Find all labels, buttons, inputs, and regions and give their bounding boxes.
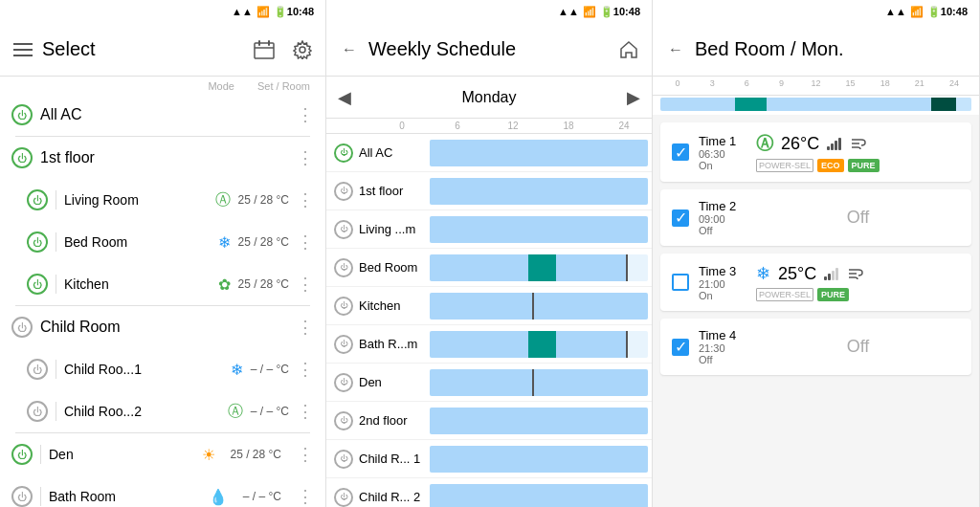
group-bath-room[interactable]: ⏻ Bath Room 💧 – / – °C ⋮	[0, 475, 325, 507]
dtick-12: 12	[798, 78, 833, 93]
bath-room-more[interactable]: ⋮	[297, 486, 314, 507]
schedule-row-bed-room[interactable]: ⏻ Bed Room	[326, 249, 652, 287]
schedule-row-child2[interactable]: ⏻ Child R... 2	[326, 478, 652, 507]
slot2-checkbox[interactable]: ✓	[672, 209, 689, 227]
sched-living-name: Living ...m	[359, 222, 430, 236]
time-1: 10:48	[287, 6, 314, 17]
bed-room-icon: ⏻	[27, 231, 48, 253]
bed-room-temp: 25 / 28 °C	[238, 235, 290, 249]
living-room-mode: Ⓐ	[215, 190, 231, 210]
den-more[interactable]: ⋮	[297, 444, 314, 465]
group-1st-floor[interactable]: ⏻ 1st floor ⋮	[0, 137, 325, 179]
child-room1-name: Child Roo...1	[64, 362, 223, 377]
slot3-mode-icon: ❄	[756, 263, 770, 284]
schedule-row-2nd-floor[interactable]: ⏻ 2nd floor	[326, 402, 652, 440]
list-item-bed-room[interactable]: ⏻ Bed Room ❄ 25 / 28 °C ⋮	[0, 221, 325, 263]
den-group-icon: ⏻	[11, 444, 33, 465]
slot4-time: 21:30	[699, 342, 746, 354]
sched-child2-bar	[430, 484, 648, 508]
back-icon-2[interactable]: ←	[338, 38, 361, 61]
living-room-more[interactable]: ⋮	[297, 189, 314, 210]
sched-child2-icon: ⏻	[334, 488, 353, 507]
slot3-badges: POWER-SEL PURE	[756, 288, 960, 301]
tick-18: 18	[541, 121, 596, 131]
child-room2-name: Child Roo...2	[64, 404, 220, 419]
child-room1-mode: ❄	[231, 361, 243, 379]
den-mode-icon: ☀	[202, 446, 215, 464]
time-2: 10:48	[613, 6, 640, 17]
panel-weekly-schedule: ▲▲ 📶 🔋 10:48 ← Weekly Schedule ◀ Monday …	[326, 0, 653, 507]
mode-label: Mode	[208, 80, 234, 92]
slot3-power-label: POWER-SEL	[756, 288, 813, 301]
child-room2-more[interactable]: ⋮	[297, 401, 314, 422]
time-slot-4: ✓ Time 4 21:30 Off Off	[660, 319, 971, 375]
all-ac-more[interactable]: ⋮	[297, 104, 314, 125]
panel-bed-room-detail: ▲▲ 📶 🔋 10:48 ← Bed Room / Mon. 0 3 6 9 1…	[653, 0, 980, 507]
dtick-24: 24	[937, 78, 971, 93]
back-icon-3[interactable]: ←	[664, 38, 687, 61]
list-item-child-room-1[interactable]: ⏻ Child Roo...1 ❄ – / – °C ⋮	[0, 348, 325, 390]
svg-rect-4	[258, 40, 260, 46]
dtick-3: 3	[695, 78, 729, 93]
time-slot-2: ✓ Time 2 09:00 Off Off	[660, 189, 971, 246]
schedule-icon[interactable]	[253, 38, 276, 61]
prev-day-button[interactable]: ◀	[338, 87, 351, 108]
time-3: 10:48	[941, 6, 968, 17]
time-slot-3: Time 3 21:00 On ❄ 25°C	[660, 254, 971, 311]
slot1-mode-icon: Ⓐ	[756, 132, 773, 155]
sched-kitchen-icon: ⏻	[334, 297, 353, 316]
bath-room-label: Bath Room	[49, 489, 201, 504]
slot1-wind-icon	[849, 134, 868, 153]
slot1-checkbox[interactable]: ✓	[672, 143, 689, 161]
schedule-row-living[interactable]: ⏻ Living ...m	[326, 210, 652, 249]
slot1-signal	[827, 137, 841, 150]
list-item-kitchen[interactable]: ⏻ Kitchen ✿ 25 / 28 °C ⋮	[0, 263, 325, 305]
sched-child1-bar	[430, 446, 648, 473]
list-item-child-room-2[interactable]: ⏻ Child Roo...2 Ⓐ – / – °C ⋮	[0, 390, 325, 432]
dtick-15: 15	[834, 78, 868, 93]
schedule-row-child1[interactable]: ⏻ Child R... 1	[326, 440, 652, 478]
child-room1-temp: – / – °C	[251, 363, 289, 376]
list-item-living-room[interactable]: ⏻ Living Room Ⓐ 25 / 28 °C ⋮	[0, 179, 325, 221]
sched-all-ac-name: All AC	[359, 145, 430, 160]
schedule-row-1st-floor[interactable]: ⏻ 1st floor	[326, 172, 652, 210]
bed-room-more[interactable]: ⋮	[297, 231, 314, 253]
schedule-row-den[interactable]: ⏻ Den	[326, 364, 652, 402]
all-ac-icon: ⏻	[11, 104, 33, 125]
settings-icon[interactable]	[291, 38, 314, 61]
menu-icon[interactable]	[11, 38, 34, 61]
slot3-checkbox[interactable]	[672, 274, 689, 291]
dtick-6: 6	[729, 78, 764, 93]
svg-rect-2	[13, 55, 33, 56]
slot1-row1: Ⓐ 26°C	[756, 132, 960, 155]
kitchen-more[interactable]: ⋮	[297, 274, 314, 295]
1st-floor-more[interactable]: ⋮	[297, 147, 314, 168]
next-day-button[interactable]: ▶	[627, 87, 640, 108]
dtick-21: 21	[902, 78, 937, 93]
child-room1-more[interactable]: ⋮	[297, 359, 314, 380]
slot2-info: Time 2 09:00 Off	[699, 199, 746, 236]
device-list: ⏻ All AC ⋮ ⏻ 1st floor ⋮ ⏻ Living Room Ⓐ…	[0, 94, 325, 507]
group-child-room[interactable]: ⏻ Child Room ⋮	[0, 306, 325, 348]
slot4-checkbox[interactable]: ✓	[672, 339, 689, 356]
child-room-more[interactable]: ⋮	[297, 317, 314, 338]
slot2-time: 09:00	[699, 213, 746, 225]
slot1-status: On	[699, 160, 746, 171]
dtick-0: 0	[660, 78, 695, 93]
dtick-9: 9	[764, 78, 798, 93]
schedule-row-kitchen[interactable]: ⏻ Kitchen	[326, 287, 652, 325]
slot2-label: Time 2	[699, 199, 746, 213]
tick-6: 6	[430, 121, 485, 131]
kitchen-icon: ⏻	[27, 274, 48, 295]
svg-rect-3	[255, 43, 274, 58]
group-all-ac[interactable]: ⏻ All AC ⋮	[0, 94, 325, 136]
home-icon-2[interactable]	[617, 38, 640, 61]
panel2-title: Weekly Schedule	[368, 38, 617, 60]
svg-rect-0	[13, 43, 33, 45]
bed-room-mode: ❄	[218, 233, 231, 252]
schedule-row-bath[interactable]: ⏻ Bath R...m	[326, 325, 652, 364]
sched-den-name: Den	[359, 375, 430, 389]
group-den[interactable]: ⏻ Den ☀ 25 / 28 °C ⋮	[0, 433, 325, 475]
signal-icon-1: ▲▲	[232, 6, 253, 17]
schedule-row-all-ac[interactable]: ⏻ All AC	[326, 134, 652, 172]
